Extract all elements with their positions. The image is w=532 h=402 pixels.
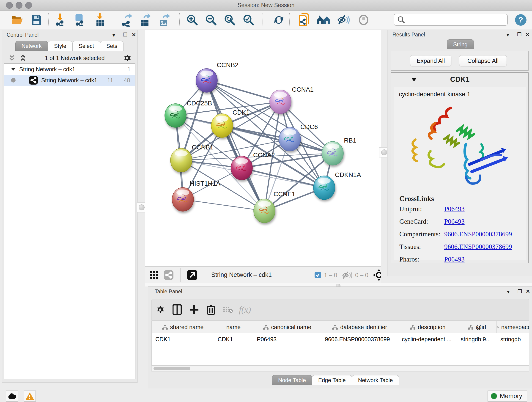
- table-tabs: Node TableEdge TableNetwork Table: [272, 375, 399, 385]
- network-canvas[interactable]: CCNB2CCNA1CDC25BCDK1CDC6RB1CCNB1CCNA2CDK…: [145, 30, 381, 266]
- tree-attribute-icon: [162, 325, 168, 330]
- scrollbar-thumb[interactable]: [153, 367, 190, 370]
- import-table-file-icon[interactable]: [93, 13, 107, 27]
- cloud-button[interactable]: [6, 390, 18, 402]
- column-header-canonical-name[interactable]: canonical name: [253, 321, 321, 333]
- node-HIST1H1A[interactable]: HIST1H1A: [172, 180, 220, 211]
- network-row[interactable]: String Network – cdk1 11 48: [4, 75, 135, 86]
- network-collection-row[interactable]: String Network – cdk1 1: [4, 64, 135, 75]
- maximize-panel-icon[interactable]: ❒: [518, 288, 522, 294]
- node-RB1[interactable]: RB1: [322, 137, 356, 165]
- float-panel-icon[interactable]: ▾: [507, 289, 510, 295]
- crosslink-link[interactable]: 9606.ENSP00000378699: [444, 230, 512, 238]
- crosslink-row: GeneCard:P06493: [399, 218, 526, 225]
- network-graph[interactable]: CCNB2CCNA1CDC25BCDK1CDC6RB1CCNB1CCNA2CDK…: [145, 30, 381, 266]
- table-settings-gear-icon[interactable]: [152, 302, 169, 318]
- share-document-icon[interactable]: [297, 13, 311, 27]
- search-box: [394, 14, 508, 26]
- close-panel-icon[interactable]: ✕: [526, 288, 530, 294]
- import-network-database-icon[interactable]: [72, 13, 87, 27]
- node-table: shared namenamecanonical namedatabase id…: [152, 321, 529, 366]
- string-home-icon[interactable]: [317, 13, 331, 27]
- node-label: CCNA1: [292, 86, 314, 93]
- crosslink-link[interactable]: P06493: [444, 255, 465, 263]
- table-row[interactable]: CDK1CDK1P064939606.ENSP00000378699cyclin…: [152, 333, 529, 345]
- collapse-all-button[interactable]: Collapse All: [459, 55, 507, 66]
- collection-label: String Network – cdk1: [19, 66, 75, 73]
- crosslink-label: Compartments:: [399, 230, 444, 238]
- crosslink-link[interactable]: 9606.ENSP00000378699: [444, 243, 512, 250]
- splitter-dot-icon: [381, 149, 387, 155]
- node-label: CCNE1: [273, 191, 295, 198]
- node-CCNE1[interactable]: CCNE1: [254, 191, 295, 223]
- warning-button[interactable]: [24, 390, 36, 402]
- export-network-icon[interactable]: [119, 13, 133, 27]
- float-panel-icon[interactable]: ▾: [507, 32, 509, 38]
- node-CDKN1A[interactable]: CDKN1A: [313, 171, 361, 200]
- table-horizontal-scrollbar[interactable]: [152, 366, 529, 371]
- maximize-panel-icon[interactable]: ❒: [517, 32, 522, 38]
- gear-icon[interactable]: [123, 53, 132, 63]
- crosslink-link[interactable]: P06493: [444, 218, 465, 225]
- add-column-icon[interactable]: [186, 302, 203, 318]
- tab-network-table[interactable]: Network Table: [352, 375, 399, 385]
- close-panel-icon[interactable]: ✕: [132, 32, 136, 38]
- collapse-all-tree-icon[interactable]: [8, 55, 16, 61]
- show-eye-icon[interactable]: [356, 13, 371, 27]
- save-session-icon[interactable]: [29, 13, 44, 27]
- help-icon[interactable]: ?: [514, 13, 528, 27]
- crosslink-link[interactable]: P06493: [444, 205, 465, 213]
- column-header-label: name: [226, 324, 241, 331]
- column-header-label: database identifier: [340, 324, 387, 331]
- column-header-name[interactable]: name: [214, 321, 253, 333]
- toolbar-separator: [289, 13, 290, 26]
- selected-checkbox-icon[interactable]: [314, 272, 321, 279]
- tab-select[interactable]: Select: [72, 41, 100, 51]
- apply-layout-icon[interactable]: [272, 13, 286, 27]
- collection-count: 1: [127, 66, 131, 73]
- collapse-arrow-icon[interactable]: [11, 67, 16, 71]
- import-network-file-icon[interactable]: [53, 13, 67, 27]
- column-header-database-identifier[interactable]: database identifier: [321, 321, 398, 333]
- gene-name: CDK1: [391, 75, 528, 84]
- close-panel-icon[interactable]: ✕: [525, 32, 530, 38]
- edge-HIST1H1A-CCNE1[interactable]: [183, 199, 264, 211]
- column-header--id[interactable]: @id: [457, 321, 497, 333]
- zoom-out-icon[interactable]: [204, 13, 218, 27]
- export-image-icon[interactable]: [157, 13, 171, 27]
- node-CCNA1[interactable]: CCNA1: [270, 86, 314, 114]
- control-panel: Control Panel ▾ ❒ ✕ NetworkStyleSelectSe…: [2, 30, 138, 383]
- maximize-panel-icon[interactable]: ❒: [123, 32, 128, 38]
- tab-string[interactable]: String: [447, 39, 474, 49]
- grid-view-icon[interactable]: [150, 270, 159, 280]
- hide-panel-eye-icon[interactable]: [336, 13, 351, 27]
- tab-network[interactable]: Network: [15, 41, 48, 51]
- node-label: RB1: [344, 137, 356, 144]
- memory-button[interactable]: Memory: [488, 390, 527, 402]
- network-tree: String Network – cdk1 1 String Network –…: [4, 64, 135, 379]
- export-table-icon[interactable]: [138, 13, 152, 27]
- float-panel-icon[interactable]: ▾: [113, 32, 115, 38]
- tree-attribute-icon: [497, 325, 499, 330]
- tab-sets[interactable]: Sets: [100, 41, 123, 51]
- expand-all-tree-icon[interactable]: [19, 55, 27, 61]
- birds-eye-view-icon[interactable]: [187, 270, 197, 280]
- open-session-icon[interactable]: [10, 13, 24, 27]
- node-CCNB1[interactable]: CCNB1: [171, 144, 214, 172]
- node-highlight: [215, 116, 228, 122]
- zoom-selected-icon[interactable]: [241, 13, 256, 27]
- show-columns-icon[interactable]: [169, 302, 186, 318]
- node-highlight: [283, 129, 296, 135]
- column-header-description[interactable]: description: [398, 321, 457, 333]
- tab-node-table[interactable]: Node Table: [272, 375, 312, 385]
- network-share-view-icon[interactable]: [164, 270, 174, 280]
- tab-edge-table[interactable]: Edge Table: [312, 375, 352, 385]
- column-header-shared-name[interactable]: shared name: [152, 321, 214, 333]
- zoom-fit-icon[interactable]: [223, 13, 237, 27]
- zoom-in-icon[interactable]: [185, 13, 199, 27]
- delete-column-trash-icon[interactable]: [203, 302, 220, 318]
- search-input[interactable]: [407, 15, 507, 24]
- expand-all-button[interactable]: Expand All: [410, 55, 451, 66]
- tab-style[interactable]: Style: [48, 41, 72, 51]
- column-header-namespace[interactable]: namespace: [497, 321, 529, 333]
